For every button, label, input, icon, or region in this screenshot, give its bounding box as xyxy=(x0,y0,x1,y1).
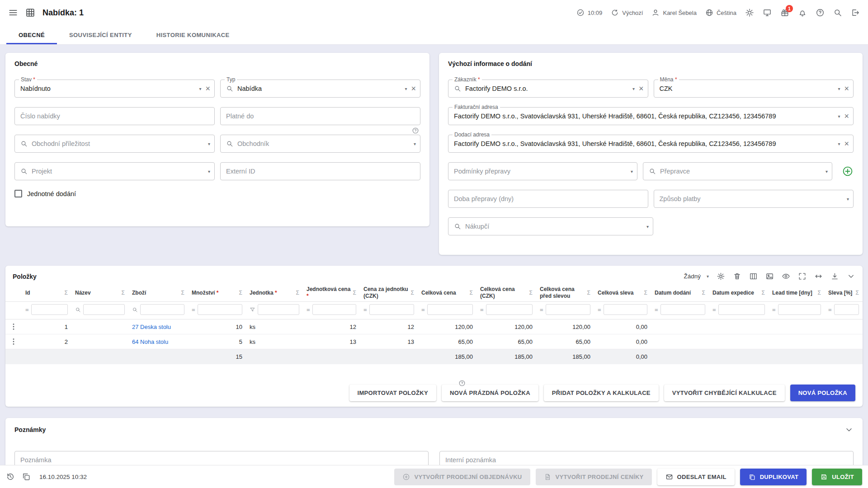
product-link[interactable]: 27 Deska stolu xyxy=(132,324,171,330)
col-cena-za-jednotku-czk[interactable]: Cena za jednotku (CZK)Σ xyxy=(360,284,418,302)
dropdown-caret-icon[interactable]: ▾ xyxy=(838,141,840,146)
fit-columns-icon[interactable] xyxy=(814,272,823,281)
search-filter-icon[interactable] xyxy=(75,307,81,313)
opportunity-input[interactable] xyxy=(32,140,205,147)
profile-selector[interactable]: Výchozí xyxy=(611,9,643,17)
whats-new-gift-icon[interactable]: 1 xyxy=(780,8,789,17)
equals-filter-icon[interactable]: = xyxy=(598,306,601,313)
equals-filter-icon[interactable]: = xyxy=(828,306,832,313)
create-sales-order-button[interactable]: VYTVOŘIT PRODEJNÍ OBJEDNÁVKU xyxy=(394,469,530,485)
dropdown-caret-icon[interactable]: ▾ xyxy=(826,169,828,174)
equals-filter-icon[interactable]: = xyxy=(307,306,310,313)
clear-icon[interactable]: × xyxy=(844,84,849,93)
aggregate-icon[interactable]: Σ xyxy=(239,290,242,296)
dropdown-caret-icon[interactable]: ▾ xyxy=(847,197,849,202)
dropdown-caret-icon[interactable]: ▾ xyxy=(208,141,210,146)
equals-filter-icon[interactable]: = xyxy=(192,306,195,313)
col-nazev[interactable]: NázevΣ xyxy=(71,284,128,302)
visibility-eye-icon[interactable] xyxy=(782,272,790,281)
clear-icon[interactable]: × xyxy=(639,84,644,93)
column-filter-input[interactable] xyxy=(83,304,125,315)
collapse-chevron-icon[interactable] xyxy=(844,425,854,434)
col-celkova-pred-slevou[interactable]: Celková cena před slevouΣ xyxy=(536,284,594,302)
col-jednotkova-cena[interactable]: Jednotková cena *Σ xyxy=(303,284,360,302)
menu-icon[interactable] xyxy=(8,8,18,18)
column-filter-input[interactable] xyxy=(834,304,859,315)
dropdown-caret-icon[interactable]: ▾ xyxy=(414,141,416,146)
dropdown-caret-icon[interactable]: ▾ xyxy=(838,86,840,91)
display-icon[interactable] xyxy=(763,8,772,17)
equals-filter-icon[interactable]: = xyxy=(540,306,543,313)
column-filter-input[interactable] xyxy=(31,304,68,315)
buyer-input[interactable] xyxy=(465,223,643,230)
dropdown-caret-icon[interactable]: ▾ xyxy=(838,114,840,119)
aggregate-icon[interactable]: Σ xyxy=(470,290,473,296)
delete-rows-trash-icon[interactable] xyxy=(733,272,741,281)
send-email-button[interactable]: ODESLAT EMAIL xyxy=(657,469,735,485)
col-zbozi[interactable]: ZbožíΣ xyxy=(128,284,188,302)
row-menu-icon[interactable] xyxy=(9,319,18,334)
col-sleva[interactable]: Sleva [%]Σ xyxy=(825,284,863,302)
aggregate-icon[interactable]: Σ xyxy=(353,290,356,296)
create-price-lists-button[interactable]: VYTVOŘIT PRODEJNÍ CENÍKY xyxy=(536,469,652,485)
col-celkova-cena-czk[interactable]: Celková cena (CZK)Σ xyxy=(476,284,536,302)
carrier-input[interactable] xyxy=(660,168,822,175)
shipping-terms-field[interactable]: ▾ xyxy=(448,162,637,180)
shipping-time-field[interactable] xyxy=(448,190,648,208)
col-mnozstvi[interactable]: Množství *Σ xyxy=(188,284,246,302)
status-field[interactable]: Stav * Nabídnuto ▾ × xyxy=(14,80,215,98)
col-celkova-cena[interactable]: Celková cenaΣ xyxy=(418,284,476,302)
column-filter-input[interactable] xyxy=(140,304,184,315)
currency-field[interactable]: Měna * CZK ▾ × xyxy=(654,80,854,98)
equals-filter-icon[interactable]: = xyxy=(655,306,658,313)
add-items-calculations-button[interactable]: PŘIDAT POLOŽKY A KALKULACE xyxy=(544,385,659,401)
payment-method-input[interactable] xyxy=(660,195,844,202)
aggregate-icon[interactable]: Σ xyxy=(856,290,859,296)
equals-filter-icon[interactable]: = xyxy=(712,306,716,313)
save-button[interactable]: ULOŽIT xyxy=(812,469,862,485)
dropdown-caret-icon[interactable]: ▾ xyxy=(646,224,649,229)
dropdown-caret-icon[interactable]: ▾ xyxy=(631,169,633,174)
column-filter-input[interactable] xyxy=(546,304,590,315)
aggregate-icon[interactable]: Σ xyxy=(65,290,68,296)
aggregate-icon[interactable]: Σ xyxy=(529,290,533,296)
language-selector[interactable]: Čeština xyxy=(705,9,736,17)
new-item-button[interactable]: NOVÁ POLOŽKA xyxy=(790,385,855,401)
column-filter-input[interactable] xyxy=(427,304,473,315)
history-icon[interactable] xyxy=(6,472,15,481)
import-items-button[interactable]: IMPORTOVAT POLOŽKY xyxy=(349,385,436,401)
export-download-icon[interactable] xyxy=(830,272,839,281)
dropdown-caret-icon[interactable]: ▾ xyxy=(405,86,407,91)
project-field[interactable]: ▾ xyxy=(14,162,215,180)
product-link[interactable]: 64 Noha stolu xyxy=(132,338,168,345)
add-carrier-icon[interactable] xyxy=(842,165,854,177)
column-filter-input[interactable] xyxy=(604,304,647,315)
dropdown-caret-icon[interactable]: ▾ xyxy=(199,86,201,91)
quote-number-field[interactable] xyxy=(14,107,215,125)
tab-obecne[interactable]: OBECNÉ xyxy=(6,25,57,44)
restore-icon[interactable] xyxy=(22,472,31,481)
new-empty-item-button[interactable]: NOVÁ PRÁZDNÁ POLOŽKA xyxy=(442,385,538,401)
column-filter-input[interactable] xyxy=(258,304,299,315)
equals-filter-icon[interactable]: = xyxy=(363,306,367,313)
aggregate-icon[interactable]: Σ xyxy=(181,290,184,296)
clear-icon[interactable]: × xyxy=(844,112,849,120)
salesperson-field[interactable]: ▾ xyxy=(220,135,420,153)
external-id-field[interactable] xyxy=(220,162,420,180)
equals-filter-icon[interactable]: = xyxy=(480,306,484,313)
col-datum-dodani[interactable]: Datum dodáníΣ xyxy=(651,284,709,302)
tab-souvisejici-entity[interactable]: SOUVISEJÍCÍ ENTITY xyxy=(57,25,144,44)
equals-filter-icon[interactable]: = xyxy=(421,306,425,313)
type-field[interactable]: Typ Nabídka ▾ × xyxy=(220,80,420,98)
valid-until-input[interactable] xyxy=(226,113,416,120)
fullscreen-icon[interactable] xyxy=(798,272,807,281)
item-row[interactable]: 1 27 Deska stolu 10 ks 12 12 120,00 120,… xyxy=(5,319,863,334)
aggregate-icon[interactable]: Σ xyxy=(702,290,705,296)
aggregate-select[interactable]: Žádný▾ xyxy=(684,273,709,280)
billing-address-field[interactable]: Fakturační adresa Factorify DEMO s.r.o.,… xyxy=(448,107,854,125)
aggregate-icon[interactable]: Σ xyxy=(818,290,821,296)
opportunity-field[interactable]: ▾ xyxy=(14,135,215,153)
shipping-address-field[interactable]: Dodací adresa Factorify DEMO s.r.o., Sva… xyxy=(448,135,854,153)
salesperson-input[interactable] xyxy=(237,140,410,147)
aggregate-icon[interactable]: Σ xyxy=(411,290,414,296)
